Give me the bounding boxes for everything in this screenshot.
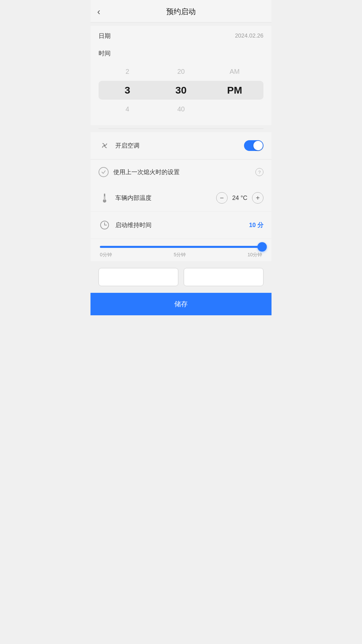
slider-track[interactable] [100,246,262,248]
toggle-knob [253,141,263,150]
check-circle[interactable] [99,167,109,177]
slider-fill [100,246,262,248]
section-divider [99,128,263,129]
hour-item-prev[interactable]: 2 [101,62,154,81]
temp-decrease-button[interactable]: − [216,192,228,204]
period-item-empty [208,100,261,118]
minute-item-next[interactable]: 40 [154,100,208,118]
date-row: 日期 2024.02.26 [90,26,272,46]
time-picker[interactable]: 2 3 4 20 30 40 AM PM [99,62,263,118]
content: 日期 2024.02.26 时间 2 3 4 20 30 40 AM PM [90,26,272,286]
page-title: 预约启动 [166,7,196,17]
duration-label: 启动维持时间 [115,221,249,229]
time-section: 时间 2 3 4 20 30 40 AM PM [90,46,272,125]
last-settings-label: 使用上一次熄火时的设置 [113,168,252,176]
ac-toggle[interactable] [244,140,263,151]
save-button[interactable]: 储存 [174,300,188,309]
hour-picker-col[interactable]: 2 3 4 [101,62,154,118]
duration-row: 启动维持时间 10 分 [90,212,272,238]
date-value: 2024.02.26 [235,33,263,39]
help-icon[interactable]: ? [255,168,263,176]
ac-icon [99,140,111,152]
time-label: 时间 [99,49,263,57]
temperature-label: 车辆内部温度 [115,194,216,202]
confirm-button[interactable] [184,268,263,286]
hour-item-next[interactable]: 4 [101,100,154,118]
period-item-pm[interactable]: PM [208,81,261,100]
ac-row: 开启空调 [90,132,272,159]
header: ‹ 预约启动 [90,0,272,22]
svg-point-0 [104,145,106,147]
last-settings-row[interactable]: 使用上一次熄火时的设置 ? [90,159,272,184]
thermometer-icon [99,192,111,204]
cancel-button[interactable] [99,268,178,286]
minute-item-prev[interactable]: 20 [154,62,208,81]
slider-thumb[interactable] [257,242,267,252]
minute-item-selected[interactable]: 30 [154,81,208,100]
settings-section: 开启空调 使用上一次熄火时的设置 ? [90,132,272,238]
period-item-am[interactable]: AM [208,62,261,81]
svg-rect-3 [104,196,105,200]
hour-item-selected[interactable]: 3 [101,81,154,100]
duration-value: 10 分 [249,221,263,229]
back-button[interactable]: ‹ [97,7,100,16]
date-label: 日期 [99,32,111,40]
slider-mid-label: 5分钟 [174,252,186,258]
temperature-value: 24 °C [232,195,247,202]
slider-labels: 0分钟 5分钟 10分钟 [99,252,263,258]
ac-label: 开启空调 [115,142,244,150]
temp-increase-button[interactable]: + [252,192,263,204]
slider-min-label: 0分钟 [100,252,112,258]
bottom-area [90,261,272,286]
clock-icon [99,219,111,231]
temperature-control: − 24 °C + [216,192,263,204]
minute-picker-col[interactable]: 20 30 40 [154,62,208,118]
save-bar[interactable]: 储存 [90,293,272,315]
slider-section: 0分钟 5分钟 10分钟 [90,239,272,261]
temperature-row: 车辆内部温度 − 24 °C + [90,184,272,212]
period-picker-col[interactable]: AM PM [208,62,261,118]
slider-max-label: 10分钟 [247,252,262,258]
